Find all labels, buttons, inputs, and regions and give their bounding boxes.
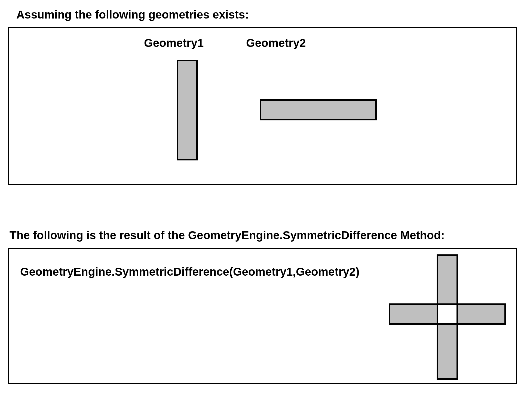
- heading-result: The following is the result of the Geome…: [10, 229, 445, 242]
- label-geometry2: Geometry2: [246, 36, 306, 50]
- heading-assumption: Assuming the following geometries exists…: [16, 8, 249, 21]
- shape-symmetric-difference-cross: [385, 254, 510, 380]
- cross-hollow-center-outline: [437, 303, 458, 325]
- text-method-call: GeometryEngine.SymmetricDifference(Geome…: [20, 265, 359, 278]
- label-geometry1: Geometry1: [144, 36, 204, 50]
- panel-inputs: Geometry1 Geometry2: [8, 27, 517, 185]
- shape-geometry1-vertical-rect: [177, 60, 198, 160]
- shape-geometry2-horizontal-rect: [260, 99, 377, 120]
- panel-result: GeometryEngine.SymmetricDifference(Geome…: [8, 248, 517, 384]
